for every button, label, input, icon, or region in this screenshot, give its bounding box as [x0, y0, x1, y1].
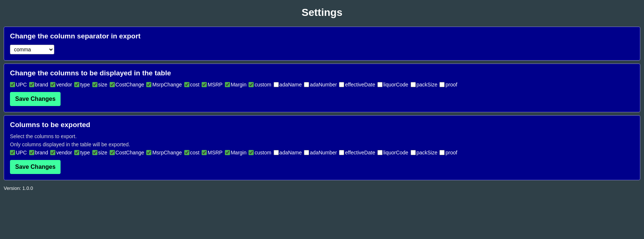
export-columns-save-button[interactable]: Save Changes	[10, 160, 61, 174]
separator-section: Change the column separator in export co…	[4, 27, 640, 61]
list-item: proof	[439, 150, 457, 156]
vendor-label: vendor	[56, 150, 72, 156]
custom-label: custom	[254, 150, 271, 156]
list-item: liquorCode	[377, 82, 408, 88]
size-checkbox[interactable]	[92, 82, 97, 87]
export-columns-checkboxes: UPCbrandvendortypesizeCostChangeMsrpChan…	[10, 150, 634, 156]
list-item: vendor	[50, 150, 72, 156]
page-title: Settings	[0, 0, 644, 24]
separator-select[interactable]: commasemicolontabpipe	[10, 45, 54, 54]
liquorCode-label: liquorCode	[383, 150, 408, 156]
type-checkbox[interactable]	[74, 82, 79, 87]
adaNumber-label: adaNumber	[310, 82, 337, 88]
cost-label: cost	[190, 82, 200, 88]
adaNumber-checkbox[interactable]	[304, 150, 309, 155]
MSRP-label: MSRP	[208, 150, 222, 156]
custom-checkbox[interactable]	[249, 150, 254, 155]
custom-checkbox[interactable]	[249, 82, 254, 87]
vendor-label: vendor	[56, 82, 72, 88]
list-item: effectiveDate	[339, 82, 375, 88]
list-item: MSRP	[202, 82, 222, 88]
brand-checkbox[interactable]	[29, 82, 34, 87]
type-checkbox[interactable]	[74, 150, 79, 155]
packSize-checkbox[interactable]	[411, 82, 416, 87]
proof-checkbox[interactable]	[439, 82, 445, 87]
Margin-label: Margin	[231, 82, 247, 88]
type-label: type	[80, 150, 90, 156]
UPC-checkbox[interactable]	[10, 150, 15, 155]
brand-label: brand	[35, 82, 48, 88]
effectiveDate-checkbox[interactable]	[339, 82, 344, 87]
adaName-label: adaName	[280, 150, 302, 156]
cost-checkbox[interactable]	[184, 82, 189, 87]
effectiveDate-label: effectiveDate	[345, 82, 375, 88]
list-item: Margin	[225, 150, 247, 156]
list-item: adaName	[274, 82, 302, 88]
list-item: type	[74, 82, 90, 88]
effectiveDate-label: effectiveDate	[345, 150, 375, 156]
packSize-checkbox[interactable]	[411, 150, 416, 155]
list-item: effectiveDate	[339, 150, 375, 156]
MsrpChange-checkbox[interactable]	[146, 150, 151, 155]
table-columns-save-button[interactable]: Save Changes	[10, 92, 61, 106]
packSize-label: packSize	[417, 150, 438, 156]
list-item: cost	[184, 82, 200, 88]
liquorCode-checkbox[interactable]	[377, 150, 383, 155]
proof-label: proof	[445, 150, 457, 156]
adaName-checkbox[interactable]	[274, 82, 279, 87]
vendor-checkbox[interactable]	[50, 82, 55, 87]
separator-section-title: Change the column separator in export	[10, 32, 634, 40]
list-item: MSRP	[202, 150, 222, 156]
list-item: liquorCode	[377, 150, 408, 156]
proof-label: proof	[445, 82, 457, 88]
liquorCode-label: liquorCode	[383, 82, 408, 88]
list-item: brand	[29, 82, 48, 88]
CostChange-checkbox[interactable]	[110, 150, 115, 155]
brand-label: brand	[35, 150, 48, 156]
Margin-checkbox[interactable]	[225, 82, 230, 87]
vendor-checkbox[interactable]	[50, 150, 55, 155]
UPC-label: UPC	[16, 150, 27, 156]
table-columns-title: Change the columns to be displayed in th…	[10, 69, 634, 77]
CostChange-label: CostChange	[116, 82, 144, 88]
MSRP-checkbox[interactable]	[202, 150, 207, 155]
MsrpChange-checkbox[interactable]	[146, 82, 151, 87]
list-item: adaNumber	[304, 82, 337, 88]
size-label: size	[98, 150, 107, 156]
CostChange-checkbox[interactable]	[110, 82, 115, 87]
MsrpChange-label: MsrpChange	[152, 82, 182, 88]
list-item: brand	[29, 150, 48, 156]
size-label: size	[98, 82, 107, 88]
list-item: MsrpChange	[146, 82, 182, 88]
list-item: Margin	[225, 82, 247, 88]
table-columns-checkboxes: UPCbrandvendortypesizeCostChangeMsrpChan…	[10, 82, 634, 88]
liquorCode-checkbox[interactable]	[377, 82, 383, 87]
Margin-label: Margin	[231, 150, 247, 156]
adaNumber-label: adaNumber	[310, 150, 337, 156]
MSRP-checkbox[interactable]	[202, 82, 207, 87]
list-item: UPC	[10, 150, 27, 156]
cost-label: cost	[190, 150, 200, 156]
size-checkbox[interactable]	[92, 150, 97, 155]
CostChange-label: CostChange	[116, 150, 144, 156]
list-item: vendor	[50, 82, 72, 88]
MSRP-label: MSRP	[208, 82, 222, 88]
adaName-checkbox[interactable]	[274, 150, 279, 155]
custom-label: custom	[254, 82, 271, 88]
list-item: adaName	[274, 150, 302, 156]
proof-checkbox[interactable]	[439, 150, 445, 155]
list-item: packSize	[411, 82, 438, 88]
export-columns-title: Columns to be exported	[10, 121, 634, 129]
effectiveDate-checkbox[interactable]	[339, 150, 344, 155]
list-item: MsrpChange	[146, 150, 182, 156]
packSize-label: packSize	[417, 82, 438, 88]
UPC-checkbox[interactable]	[10, 82, 15, 87]
list-item: size	[92, 150, 107, 156]
cost-checkbox[interactable]	[184, 150, 189, 155]
Margin-checkbox[interactable]	[225, 150, 230, 155]
version-label: Version: 1.0.0	[0, 183, 644, 191]
export-columns-section: Columns to be exported Select the column…	[4, 115, 640, 180]
brand-checkbox[interactable]	[29, 150, 34, 155]
list-item: cost	[184, 150, 200, 156]
adaNumber-checkbox[interactable]	[304, 82, 309, 87]
